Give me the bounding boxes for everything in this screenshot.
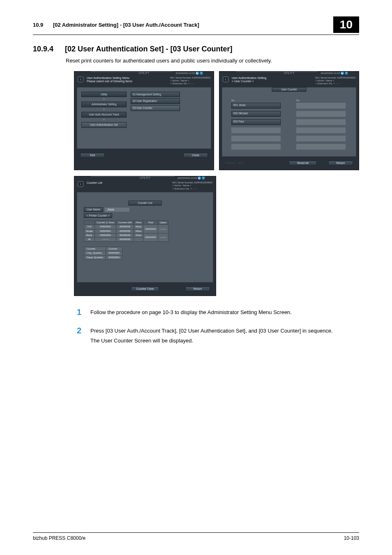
breadcrumb-user-auth-set[interactable]: User Authentication Set xyxy=(81,122,127,128)
user-row-empty xyxy=(296,127,346,133)
page-footer: bizhub PRESS C8000/e 10-103 xyxy=(33,532,359,541)
user-name-value: Jesse xyxy=(105,208,129,212)
user-row-empty xyxy=(231,136,281,141)
power-icon: ⏻ xyxy=(198,176,201,180)
step-text-1: Follow the procedure on page 10-3 to dis… xyxy=(90,308,292,318)
section-title: [02 User Authentication Set] - [03 User … xyxy=(65,45,232,53)
reset-all-button[interactable]: Reset All xyxy=(289,161,317,166)
user-row-1[interactable]: 001 Jesse xyxy=(231,103,281,109)
chevron-down-icon: ▼ xyxy=(81,98,127,100)
info-icon: i xyxy=(78,181,83,187)
prev-button[interactable]: Previous xyxy=(225,162,235,164)
user-row-empty xyxy=(296,119,346,125)
user-row-2[interactable]: 002 Michael xyxy=(231,111,281,117)
return-button[interactable]: Return xyxy=(185,287,210,291)
counter-clear-button[interactable]: Counter Clear xyxy=(131,287,159,291)
user-row-3[interactable]: 003 Paul xyxy=(231,119,281,125)
user-row-empty xyxy=(296,136,346,141)
breadcrumb-admin-setting[interactable]: Administrator Setting xyxy=(81,102,127,107)
user-row-empty xyxy=(296,111,346,117)
counter-summary-table: CounterCounter Orig. Quantity00000000 Pa… xyxy=(84,247,122,260)
header-section-number: 10.9 xyxy=(33,22,43,28)
section-number: 10.9.4 xyxy=(33,45,53,53)
info-icon: i xyxy=(223,76,228,82)
user-row-empty xyxy=(296,144,346,150)
header-section-title: [02 Administrator Setting] - [03 User Au… xyxy=(53,22,199,28)
chevron-down-icon: ▼ xyxy=(81,109,127,111)
breadcrumb-utility[interactable]: Utility xyxy=(81,92,127,97)
breadcrumb-user-auth-track[interactable]: User Auth./Account Track xyxy=(81,112,127,118)
help-icon: ? xyxy=(202,176,205,180)
chevron-down-icon: ▼ xyxy=(81,119,127,121)
menu-user-registration[interactable]: 02 User Registration xyxy=(131,98,180,104)
utility-label: UTILITY xyxy=(138,72,149,75)
printer-counter-label: < Printer Counter > xyxy=(84,213,112,218)
close-button[interactable]: Close xyxy=(183,153,208,158)
power-icon: ⏻ xyxy=(341,72,344,75)
user-row-empty xyxy=(296,103,346,109)
screenshot-counter-list: UTILITY 2010/04/04 14:00⏻? i Counter Lis… xyxy=(74,176,216,296)
exit-button[interactable]: Exit xyxy=(80,153,105,158)
chapter-number-badge: 10 xyxy=(333,16,359,33)
info-icon: i xyxy=(78,76,83,82)
step-number-1: 1 xyxy=(74,308,81,317)
utility-label: UTILITY xyxy=(284,72,294,75)
power-icon: ⏻ xyxy=(196,72,199,75)
help-icon: ? xyxy=(200,72,203,75)
menu-user-counter[interactable]: 03 User Counter xyxy=(131,105,180,111)
running-header: 10.9 [02 Administrator Setting] - [03 Us… xyxy=(33,16,359,35)
footer-product: bizhub PRESS C8000/e xyxy=(33,535,85,541)
panel-title: User Counter xyxy=(272,87,307,92)
footer-page: 10-103 xyxy=(344,535,359,541)
user-row-empty xyxy=(231,127,281,133)
user-name-label: User Name xyxy=(84,207,103,212)
counter-table: Counter (L Size) Counter (All) Allow Tot… xyxy=(84,220,168,242)
help-icon: ? xyxy=(345,72,348,75)
screenshot-user-auth-menu: UTILITY 2010/04/04 14:00⏻? i User Authen… xyxy=(74,71,214,170)
user-row-empty xyxy=(231,144,281,150)
step-text-2: Press [03 User Auth./Account Track], [02… xyxy=(90,326,333,346)
section-description: Reset print counters for authenticated u… xyxy=(66,58,359,64)
return-button[interactable]: Return xyxy=(328,161,353,166)
next-button[interactable]: Next xyxy=(238,162,243,164)
step-number-2: 2 xyxy=(74,326,81,335)
utility-label: UTILITY xyxy=(140,176,150,180)
menu-management-setting[interactable]: 01 Management Setting xyxy=(131,92,180,97)
screenshot-user-counter-list: UTILITY 2010/04/04 14:00⏻? i User Authen… xyxy=(219,71,359,170)
panel-title: Counter List xyxy=(128,201,161,206)
